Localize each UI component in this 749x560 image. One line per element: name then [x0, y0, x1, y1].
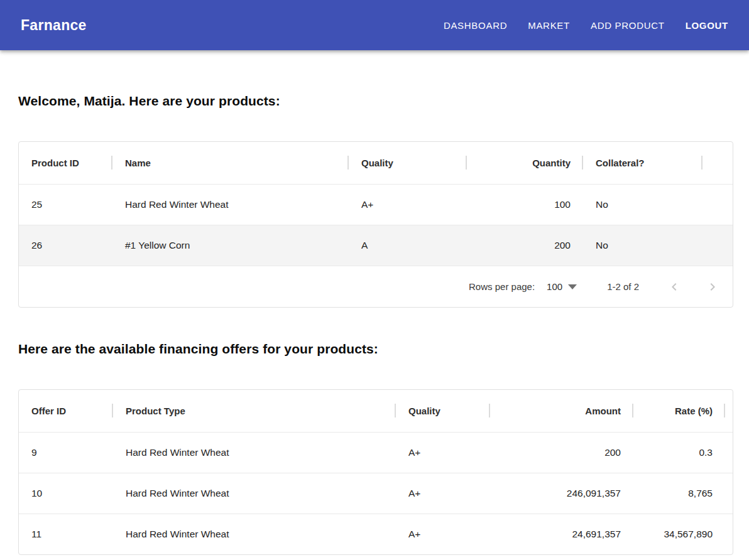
cell-product-type: Hard Red Winter Wheat — [113, 432, 396, 473]
main-nav: DASHBOARD MARKET ADD PRODUCT LOGOUT — [444, 20, 728, 31]
dropdown-arrow-icon — [568, 284, 577, 289]
column-header-quality[interactable]: Quality — [349, 142, 467, 184]
cell-product-type: Hard Red Winter Wheat — [113, 514, 396, 554]
cell-quality: A+ — [349, 184, 467, 225]
cell-offer-id: 10 — [19, 473, 113, 514]
chevron-right-icon — [705, 279, 720, 294]
products-pagination: Rows per page: 100 1-2 of 2 — [19, 266, 733, 307]
table-row[interactable]: 11 Hard Red Winter Wheat A+ 24,691,357 3… — [19, 514, 733, 554]
cell-name: Hard Red Winter Wheat — [112, 184, 349, 225]
cell-amount: 200 — [490, 432, 633, 473]
offers-table: Offer ID Product Type Quality Amount Rat… — [19, 390, 733, 554]
offers-table-card: Offer ID Product Type Quality Amount Rat… — [18, 389, 733, 555]
app-logo[interactable]: Farnance — [21, 17, 87, 34]
cell-collateral: No — [583, 184, 703, 225]
products-header-row: Product ID Name Quality Quantity Collate… — [19, 142, 733, 184]
cell-product-id: 25 — [19, 184, 112, 225]
rows-per-page-value: 100 — [547, 281, 562, 292]
next-page-button[interactable] — [705, 279, 720, 294]
column-header-collateral[interactable]: Collateral? — [583, 142, 703, 184]
products-table: Product ID Name Quality Quantity Collate… — [19, 142, 733, 266]
column-header-product-type[interactable]: Product Type — [113, 390, 396, 432]
nav-logout[interactable]: LOGOUT — [686, 20, 728, 31]
table-row[interactable]: 26 #1 Yellow Corn A 200 No — [19, 225, 733, 266]
column-header-name[interactable]: Name — [112, 142, 349, 184]
cell-quantity: 100 — [467, 184, 583, 225]
cell-rate: 34,567,890 — [633, 514, 725, 554]
rows-per-page-select[interactable]: 100 — [547, 281, 577, 292]
products-heading: Welcome, Matija. Here are your products: — [18, 50, 733, 109]
products-table-card: Product ID Name Quality Quantity Collate… — [18, 141, 733, 308]
chevron-left-icon — [667, 279, 682, 294]
cell-rate: 0.3 — [633, 432, 725, 473]
previous-page-button[interactable] — [667, 279, 682, 294]
pagination-range: 1-2 of 2 — [607, 281, 639, 292]
column-header-spacer — [725, 390, 733, 432]
cell-product-id: 26 — [19, 225, 112, 266]
table-row[interactable]: 9 Hard Red Winter Wheat A+ 200 0.3 — [19, 432, 733, 473]
column-header-amount[interactable]: Amount — [490, 390, 633, 432]
offers-header-row: Offer ID Product Type Quality Amount Rat… — [19, 390, 733, 432]
column-header-spacer — [703, 142, 733, 184]
cell-quality: A — [349, 225, 467, 266]
cell-quality: A+ — [396, 473, 490, 514]
table-row[interactable]: 10 Hard Red Winter Wheat A+ 246,091,357 … — [19, 473, 733, 514]
nav-add-product[interactable]: ADD PRODUCT — [591, 20, 665, 31]
rows-per-page-label: Rows per page: — [469, 281, 535, 292]
column-header-quality[interactable]: Quality — [396, 390, 490, 432]
nav-dashboard[interactable]: DASHBOARD — [444, 20, 507, 31]
cell-collateral: No — [583, 225, 703, 266]
column-header-product-id[interactable]: Product ID — [19, 142, 112, 184]
cell-name: #1 Yellow Corn — [112, 225, 349, 266]
cell-offer-id: 9 — [19, 432, 113, 473]
table-row[interactable]: 25 Hard Red Winter Wheat A+ 100 No — [19, 184, 733, 225]
cell-amount: 24,691,357 — [490, 514, 633, 554]
cell-offer-id: 11 — [19, 514, 113, 554]
offers-heading: Here are the available financing offers … — [18, 308, 733, 357]
nav-market[interactable]: MARKET — [528, 20, 570, 31]
cell-rate: 8,765 — [633, 473, 725, 514]
cell-quality: A+ — [396, 514, 490, 554]
cell-quantity: 200 — [467, 225, 583, 266]
page-content: Welcome, Matija. Here are your products:… — [0, 50, 749, 555]
column-header-quantity[interactable]: Quantity — [467, 142, 583, 184]
app-bar: Farnance DASHBOARD MARKET ADD PRODUCT LO… — [0, 0, 749, 50]
cell-product-type: Hard Red Winter Wheat — [113, 473, 396, 514]
column-header-rate[interactable]: Rate (%) — [633, 390, 725, 432]
column-header-offer-id[interactable]: Offer ID — [19, 390, 113, 432]
cell-amount: 246,091,357 — [490, 473, 633, 514]
cell-quality: A+ — [396, 432, 490, 473]
